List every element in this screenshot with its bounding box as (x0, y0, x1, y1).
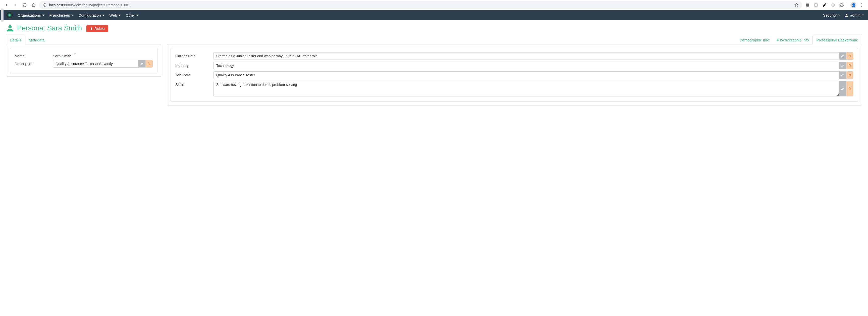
chevron-down-icon (838, 14, 840, 16)
edit-icon (140, 62, 144, 66)
reload-button[interactable] (21, 1, 28, 8)
brand-logo[interactable] (6, 11, 13, 19)
site-info-icon (43, 3, 47, 7)
svg-rect-3 (806, 3, 809, 6)
chevron-down-icon (102, 14, 104, 16)
chevron-down-icon (42, 14, 44, 16)
clear-industry-button[interactable] (846, 62, 853, 69)
edge-tab[interactable] (1, 8, 3, 22)
bookmark-star-icon[interactable] (795, 3, 799, 7)
right-tab-bar: Demographic Info Psychographic Info Prof… (167, 36, 862, 44)
chevron-down-icon (119, 14, 121, 16)
job-role-label: Job Role (175, 71, 211, 77)
chevron-down-icon (71, 14, 73, 16)
svg-point-6 (833, 5, 834, 5)
edit-industry-button[interactable] (839, 62, 846, 69)
trash-icon (848, 87, 851, 90)
nav-other[interactable]: Other (126, 13, 138, 17)
skills-label: Skills (175, 81, 211, 87)
forward-button[interactable] (12, 1, 19, 8)
name-value: Sara Smith (53, 52, 71, 58)
nav-organizations[interactable]: Organizations (18, 13, 44, 17)
edit-job-role-button[interactable] (839, 72, 846, 78)
page-title: Persona: Sara Smith (6, 24, 82, 32)
edit-icon (841, 54, 844, 58)
left-tab-bar: Details Metadata (6, 36, 161, 44)
description-field[interactable] (53, 60, 138, 67)
app-navbar: Organizations Franchisees Configuration … (0, 10, 868, 20)
trash-icon (848, 73, 851, 77)
nav-security[interactable]: Security (823, 13, 840, 17)
edit-skills-button[interactable] (839, 81, 846, 96)
extensions-puzzle-icon[interactable] (838, 1, 845, 8)
svg-point-9 (861, 6, 862, 6)
tab-professional-background[interactable]: Professional Background (812, 36, 862, 44)
edit-description-button[interactable] (138, 60, 146, 67)
svg-point-7 (861, 3, 862, 4)
extension-icon[interactable] (812, 1, 819, 8)
chevron-down-icon (862, 14, 864, 16)
prof-bg-panel: Career Path Industry (167, 44, 862, 105)
name-label: Name (14, 52, 50, 58)
back-button[interactable] (3, 1, 10, 8)
svg-point-11 (8, 25, 11, 28)
svg-point-10 (846, 14, 847, 15)
tab-details[interactable]: Details (6, 36, 25, 44)
extension-icon[interactable] (804, 1, 811, 8)
job-role-field[interactable] (214, 72, 839, 78)
career-path-label: Career Path (175, 52, 211, 58)
tab-demographic-info[interactable]: Demographic Info (736, 36, 773, 44)
chrome-menu-icon[interactable] (858, 1, 865, 8)
trash-icon (90, 27, 93, 30)
address-bar[interactable]: localhost:8080/wicket/entity/projects.Pe… (39, 1, 802, 9)
description-label: Description (14, 60, 50, 66)
clear-job-role-button[interactable] (846, 72, 853, 78)
edit-icon (841, 87, 844, 90)
browser-right-icons: 👤 (804, 1, 865, 8)
svg-point-8 (861, 5, 862, 5)
page-title-text: Persona: Sara Smith (17, 24, 82, 32)
nav-items: Organizations Franchisees Configuration … (18, 13, 138, 17)
nav-web[interactable]: Web (110, 13, 121, 17)
edit-career-path-button[interactable] (839, 53, 846, 60)
clear-career-path-button[interactable] (846, 53, 853, 60)
trash-icon (848, 64, 851, 67)
chevron-down-icon (136, 14, 138, 16)
persona-icon (6, 24, 14, 32)
profile-avatar[interactable]: 👤 (850, 2, 857, 8)
svg-rect-4 (814, 3, 817, 6)
edit-icon (841, 64, 844, 67)
page-header: Persona: Sara Smith Delete (6, 24, 862, 32)
nav-configuration[interactable]: Configuration (79, 13, 104, 17)
tab-metadata[interactable]: Metadata (25, 36, 49, 44)
user-icon (845, 13, 849, 17)
clear-name-icon[interactable] (73, 53, 77, 57)
skills-field[interactable] (214, 81, 839, 96)
clear-description-button[interactable] (146, 60, 152, 67)
details-panel: Name Sara Smith Description (6, 44, 161, 76)
edit-icon (841, 73, 844, 77)
trash-icon (848, 54, 851, 58)
home-button[interactable] (30, 1, 37, 8)
nav-right: Security admin (823, 13, 864, 17)
delete-button[interactable]: Delete (86, 25, 108, 32)
tab-psychographic-info[interactable]: Psychographic Info (773, 36, 813, 44)
browser-toolbar: localhost:8080/wicket/entity/projects.Pe… (0, 0, 868, 10)
url-text: localhost:8080/wicket/entity/projects.Pe… (49, 3, 792, 7)
career-path-field[interactable] (214, 53, 839, 60)
nav-franchisees[interactable]: Franchisees (50, 13, 73, 17)
eyedropper-icon[interactable] (821, 1, 828, 8)
industry-field[interactable] (214, 62, 839, 69)
page-content: Persona: Sara Smith Delete Details Metad… (0, 20, 868, 109)
clear-skills-button[interactable] (846, 81, 853, 96)
extension-icon[interactable] (830, 1, 837, 8)
industry-label: Industry (175, 62, 211, 68)
nav-user[interactable]: admin (845, 13, 864, 17)
trash-icon (147, 62, 151, 66)
